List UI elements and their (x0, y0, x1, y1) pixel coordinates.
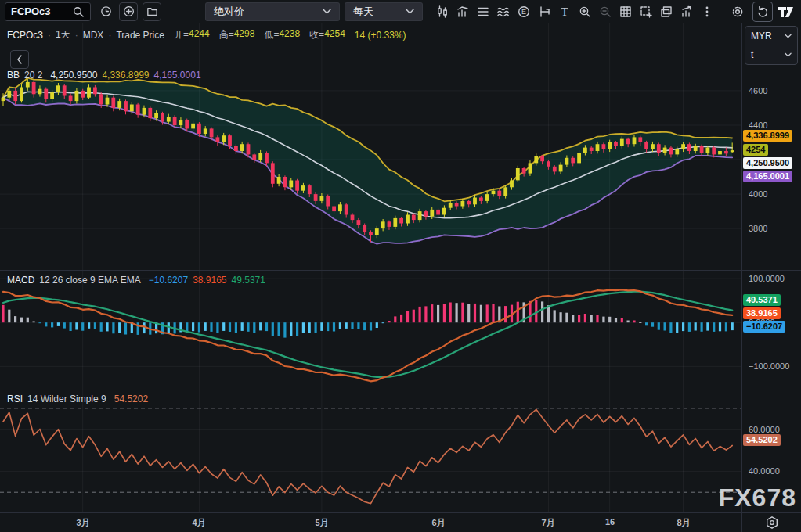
high-value: 4298 (234, 28, 255, 41)
legend-symbol[interactable]: FCPOc3 (7, 30, 43, 41)
undo-button[interactable] (752, 2, 773, 22)
folder-icon (146, 5, 159, 18)
currency-select[interactable]: MYR (745, 27, 797, 45)
stats-button[interactable] (677, 2, 697, 22)
collapse-legend-button[interactable] (10, 50, 29, 69)
layers-button[interactable] (473, 2, 493, 22)
bb-upper-value: 4,336.8999 (102, 70, 149, 81)
time-axis-row: 3月4月5月6月7月168月 (0, 512, 801, 532)
macd-chart-canvas[interactable] (0, 271, 741, 386)
unit-select[interactable]: t (745, 45, 797, 64)
price-axis[interactable]: MYR t 46004400400038004,336.899942544,25… (741, 23, 801, 270)
axis-label: −100.0000 (749, 361, 789, 372)
axis-label: 4000 (749, 189, 767, 200)
events-button[interactable]: E (514, 2, 534, 22)
zoom-in-button[interactable] (575, 2, 595, 22)
price-badge: 38.9165 (743, 307, 781, 319)
macd-line-value: 38.9165 (193, 275, 226, 286)
price-chart-canvas[interactable] (0, 23, 741, 270)
legend-exchange: MDX (83, 30, 104, 41)
time-axis-corner[interactable] (741, 513, 801, 532)
interval-select[interactable]: 每天 (345, 2, 423, 21)
select-area-icon (639, 5, 653, 19)
search-icon (72, 5, 85, 18)
stats-chart-icon (680, 5, 694, 19)
top-toolbar: FCPOc3 绝对价 每天 (0, 0, 801, 23)
undo-icon (756, 5, 770, 19)
tradingview-logo-icon (778, 5, 795, 18)
mini-chart-button[interactable] (453, 2, 473, 22)
price-badge: −10.6207 (743, 321, 785, 332)
price-badge: 4,165.0001 (743, 171, 792, 182)
add-symbol-button[interactable] (119, 2, 138, 21)
open-value: 4244 (189, 28, 210, 41)
close-value: 4254 (324, 28, 345, 41)
chevron-down-icon (406, 9, 414, 14)
axis-label: 40.0000 (749, 466, 780, 476)
watermark: FX678 (719, 483, 796, 512)
bar-chart-icon (456, 5, 470, 19)
waves-icon (496, 5, 511, 19)
symbol-search[interactable]: FCPOc3 (5, 2, 91, 21)
axis-label: 60.0000 (749, 424, 780, 435)
zoom-out-button[interactable] (595, 2, 615, 22)
price-badge: 54.5202 (743, 434, 781, 446)
time-axis[interactable]: 3月4月5月6月7月168月 (0, 513, 741, 532)
legend-series-type: Trade Price (116, 30, 164, 41)
select-region-button[interactable] (636, 2, 656, 22)
price-mode-select[interactable]: 绝对价 (205, 2, 340, 21)
price-badge: 4254 (743, 144, 768, 156)
low-value: 4238 (279, 28, 300, 41)
price-pane: FCPOc3 · 1天 · MDX · Trade Price 开=4244 高… (0, 23, 801, 270)
legend-interval[interactable]: 1天 (56, 28, 70, 41)
macd-axis[interactable]: 100.00000.0000−100.000049.537138.9165−10… (741, 271, 801, 386)
chevron-down-icon (785, 52, 792, 57)
text-tool-button[interactable]: T (554, 2, 575, 22)
rsi-chart-area[interactable]: RSI 14 Wilder Simple 9 54.5202 (0, 386, 741, 512)
folder-button[interactable] (143, 2, 161, 21)
rsi-chart-canvas[interactable] (0, 386, 741, 512)
symbol-text: FCPOc3 (11, 5, 51, 17)
clock-icon (99, 5, 113, 18)
axis-label: 100.0000 (749, 273, 785, 284)
tradingview-logo[interactable] (776, 2, 796, 22)
rsi-legend[interactable]: RSI 14 Wilder Simple 9 54.5202 (7, 394, 148, 404)
rsi-value: 54.5202 (114, 394, 148, 404)
zoom-out-icon (598, 5, 612, 19)
rsi-pane: RSI 14 Wilder Simple 9 54.5202 60.000040… (0, 386, 801, 512)
time-label: 7月 (525, 517, 572, 529)
more-options-button[interactable] (697, 2, 717, 22)
layout-button[interactable] (656, 2, 677, 22)
time-label: 6月 (415, 517, 462, 529)
time-label: 16 (586, 517, 633, 527)
chart-style-button[interactable] (432, 2, 453, 22)
svg-text:T: T (561, 5, 568, 17)
economy-icon: E (517, 5, 531, 19)
axis-label: 4400 (749, 120, 767, 131)
windows-icon (659, 5, 673, 19)
table-grid-icon (619, 5, 633, 19)
indicators-button[interactable] (493, 2, 514, 22)
candlestick-icon (435, 5, 449, 19)
macd-legend[interactable]: MACD 12 26 close 9 EMA EMA −10.6207 38.9… (7, 275, 265, 286)
clock-button[interactable] (96, 2, 116, 22)
forecast-button[interactable] (534, 2, 554, 22)
grid-button[interactable] (615, 2, 636, 22)
bb-legend[interactable]: BB 20 2 4,250.9500 4,336.8999 4,165.0001 (7, 70, 201, 81)
measure-icon (537, 5, 551, 19)
macd-signal-value: 49.5371 (232, 275, 265, 286)
symbol-legend: FCPOc3 · 1天 · MDX · Trade Price 开=4244 高… (7, 28, 406, 41)
price-badge: 49.5371 (743, 294, 781, 306)
macd-chart-area[interactable]: MACD 12 26 close 9 EMA EMA −10.6207 38.9… (0, 271, 741, 386)
axis-unit-box: MYR t (745, 26, 798, 65)
plus-circle-icon (122, 5, 135, 18)
change-value: 14 (+0.33%) (355, 30, 406, 41)
price-chart-area[interactable]: FCPOc3 · 1天 · MDX · Trade Price 开=4244 高… (0, 23, 741, 270)
axis-label: 3800 (749, 223, 767, 234)
hexagon-settings-icon (765, 516, 779, 530)
text-icon: T (557, 5, 572, 19)
axis-label: 4600 (749, 85, 767, 96)
kebab-menu-icon (700, 5, 714, 19)
settings-button[interactable] (727, 2, 748, 22)
price-badge: 4,250.9500 (743, 157, 792, 169)
